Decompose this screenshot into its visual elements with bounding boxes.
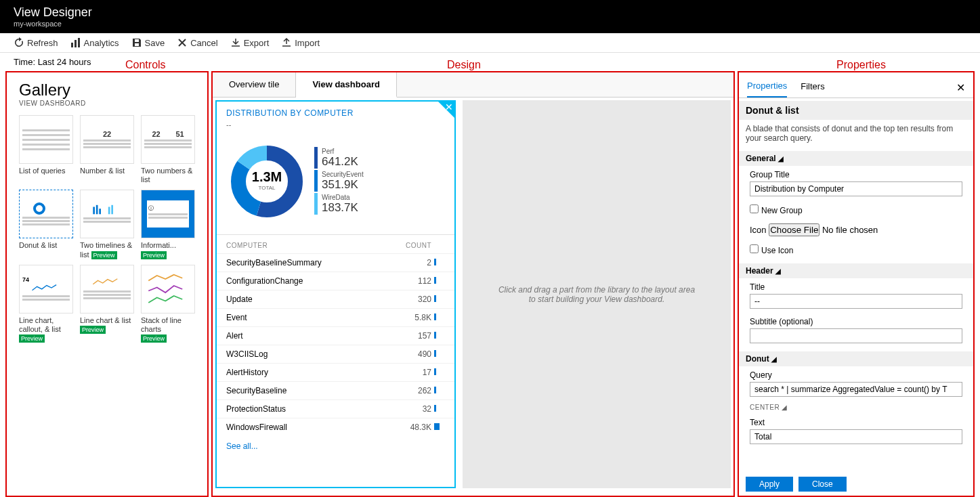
gallery-subtitle: VIEW DASHBOARD — [19, 100, 195, 107]
new-group-checkbox[interactable] — [750, 204, 759, 213]
svg-rect-1 — [74, 40, 77, 47]
subtitle-input[interactable] — [750, 328, 962, 343]
gallery-item-list-queries[interactable]: List of queries — [19, 115, 73, 184]
section-general[interactable]: General ◢ — [739, 151, 973, 166]
gallery-grid: List of queries 22Number & list 2251Two … — [19, 115, 195, 343]
refresh-button[interactable]: Refresh — [14, 37, 58, 48]
choose-file-button[interactable]: Choose File — [769, 223, 819, 236]
tab-overview-tile[interactable]: Overview tile — [213, 72, 296, 97]
center-text-input[interactable] — [750, 429, 962, 444]
prop-panel-desc: A blade that consists of donut and the t… — [739, 120, 973, 147]
svg-rect-2 — [78, 38, 80, 47]
svg-rect-4 — [93, 207, 95, 215]
export-icon — [230, 37, 241, 48]
gallery-item-information[interactable]: ⓘInformati...Preview — [141, 190, 195, 259]
controls-pane: Gallery VIEW DASHBOARD List of queries 2… — [5, 71, 209, 497]
annotation-design: Design — [447, 59, 481, 71]
drop-hint: Click and drag a part from the library t… — [495, 285, 698, 304]
properties-pane: Properties Filters ✕ Donut & list A blad… — [738, 71, 975, 497]
widget-subtitle: -- — [217, 121, 454, 135]
gallery-item-two-timelines[interactable]: Two timelines & list Preview — [80, 190, 134, 259]
query-input[interactable] — [750, 382, 962, 397]
analytics-button[interactable]: Analytics — [70, 37, 119, 48]
donut-center-value: 1.3M — [252, 169, 282, 184]
use-icon-checkbox[interactable] — [750, 244, 759, 253]
design-pane: Overview tile View dashboard ✕ DISTRIBUT… — [211, 71, 735, 497]
widget-close-button[interactable]: ✕ — [445, 102, 453, 112]
gallery-item-line-callout[interactable]: 74Line chart, callout, & list Preview — [19, 265, 73, 343]
donut-chart: 1.3M TOTAL — [226, 141, 307, 222]
list-row[interactable]: WindowsFirewall48.3K — [217, 418, 454, 436]
list-row[interactable]: SecurityBaseline262 — [217, 381, 454, 399]
list-header: COMPUTERCOUNT — [217, 235, 454, 253]
group-title-input[interactable] — [750, 181, 962, 196]
export-button[interactable]: Export — [230, 37, 270, 48]
save-icon — [131, 37, 142, 48]
import-button[interactable]: Import — [281, 37, 320, 48]
workspace-name: my-workspace — [14, 20, 966, 28]
donut-legend: Perf641.2K SecurityEvent351.9K WireData1… — [314, 147, 445, 216]
gallery-item-number-list[interactable]: 22Number & list — [80, 115, 134, 184]
page-title: View Designer — [14, 5, 966, 20]
gallery-item-donut-list[interactable]: Donut & list — [19, 190, 73, 259]
tab-properties[interactable]: Properties — [747, 78, 787, 98]
gallery-title: Gallery — [19, 81, 195, 100]
gallery-item-stack-lines[interactable]: Stack of line chartsPreview — [141, 265, 195, 343]
widget-title: DISTRIBUTION BY COMPUTER — [217, 102, 454, 121]
list-row[interactable]: ProtectionStatus32 — [217, 399, 454, 418]
title-input[interactable] — [750, 294, 962, 309]
tab-view-dashboard[interactable]: View dashboard — [296, 72, 396, 98]
svg-rect-6 — [99, 209, 101, 215]
list-rows: SecurityBaselineSummary2ConfigurationCha… — [217, 253, 454, 436]
prop-panel-title: Donut & list — [739, 101, 973, 120]
import-icon — [281, 37, 292, 48]
list-row[interactable]: Update320 — [217, 290, 454, 308]
time-label: Time: Last 24 hours — [14, 57, 122, 67]
cancel-icon — [177, 37, 188, 48]
widget-donut-list[interactable]: ✕ DISTRIBUTION BY COMPUTER -- 1.3M TOTAL… — [215, 100, 456, 488]
annotation-controls: Controls — [125, 59, 166, 71]
analytics-icon — [70, 37, 81, 48]
list-row[interactable]: SecurityBaselineSummary2 — [217, 253, 454, 272]
annotation-properties: Properties — [836, 59, 886, 71]
svg-rect-7 — [108, 207, 110, 215]
section-header[interactable]: Header ◢ — [739, 263, 973, 278]
see-all-link[interactable]: See all... — [217, 436, 454, 456]
list-row[interactable]: W3CIISLog490 — [217, 345, 454, 363]
list-row[interactable]: Event5.8K — [217, 308, 454, 326]
svg-rect-5 — [96, 205, 98, 215]
tab-filters[interactable]: Filters — [801, 79, 824, 97]
svg-rect-8 — [111, 205, 113, 215]
design-tabs: Overview tile View dashboard — [213, 72, 733, 98]
cancel-button[interactable]: Cancel — [177, 37, 217, 48]
list-row[interactable]: AlertHistory17 — [217, 363, 454, 381]
gallery-item-line-list[interactable]: Line chart & listPreview — [80, 265, 134, 343]
svg-point-3 — [35, 204, 44, 213]
close-button[interactable]: Close — [798, 477, 847, 492]
subsection-center[interactable]: CENTER ◢ — [739, 401, 973, 414]
properties-close-button[interactable]: ✕ — [956, 81, 965, 94]
svg-rect-0 — [71, 43, 73, 47]
list-row[interactable]: ConfigurationChange112 — [217, 272, 454, 290]
list-row[interactable]: Alert157 — [217, 326, 454, 345]
donut-center-label: TOTAL — [258, 185, 276, 191]
save-button[interactable]: Save — [131, 37, 165, 48]
gallery-item-two-numbers[interactable]: 2251Two numbers & list — [141, 115, 195, 184]
toolbar: Refresh Analytics Save Cancel Export Imp… — [0, 33, 980, 53]
section-donut[interactable]: Donut ◢ — [739, 351, 973, 366]
refresh-icon — [14, 37, 24, 48]
apply-button[interactable]: Apply — [746, 477, 793, 492]
app-header: View Designer my-workspace — [0, 0, 980, 33]
drop-zone[interactable]: Click and drag a part from the library t… — [463, 100, 731, 488]
